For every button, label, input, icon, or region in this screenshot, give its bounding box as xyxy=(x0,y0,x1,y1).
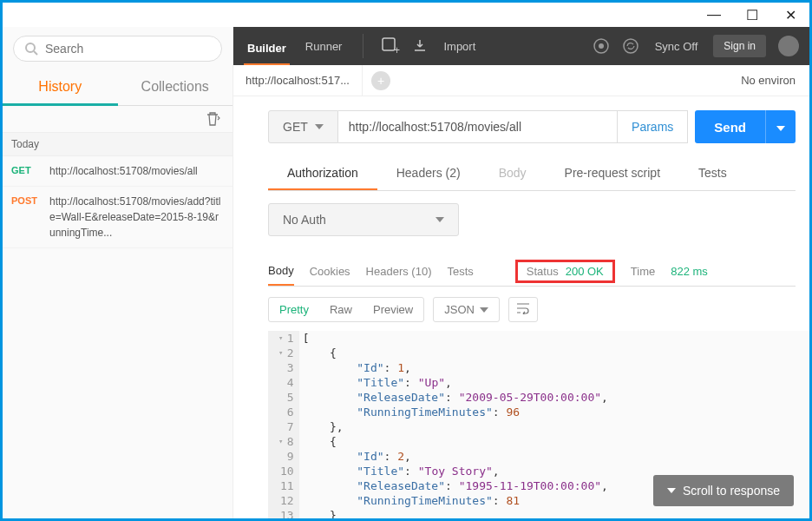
scroll-to-response-button[interactable]: Scroll to response xyxy=(653,475,794,506)
auth-type-selector[interactable]: No Auth xyxy=(268,203,459,236)
response-meta: Body Cookies Headers (10) Tests Status 2… xyxy=(268,257,796,287)
auth-row: No Auth xyxy=(268,203,796,236)
interceptor-icon[interactable] xyxy=(593,37,610,55)
resptab-body[interactable]: Body xyxy=(268,257,294,286)
svg-text:+: + xyxy=(394,44,400,56)
request-tab[interactable]: http://localhost:517... xyxy=(233,65,363,96)
chevron-down-icon xyxy=(480,307,488,313)
svg-rect-2 xyxy=(383,38,395,50)
chevron-down-icon xyxy=(776,126,785,131)
search-input[interactable] xyxy=(45,42,211,56)
window-close-button[interactable]: ✕ xyxy=(771,3,809,27)
send-dropdown[interactable] xyxy=(765,110,796,143)
time-label: Time xyxy=(631,265,655,278)
reqtab-tests[interactable]: Tests xyxy=(679,157,746,190)
fmt-pretty[interactable]: Pretty xyxy=(269,298,319,321)
topbar-runner[interactable]: Runner xyxy=(302,36,346,56)
status-badge: Status 200 OK xyxy=(515,260,615,283)
topbar-builder[interactable]: Builder xyxy=(244,38,290,67)
new-request-icon[interactable]: + xyxy=(381,36,400,56)
request-row: GET Params Send xyxy=(233,110,809,143)
status-value: 200 OK xyxy=(566,265,604,278)
topbar: Builder Runner + Import Sync Off Si xyxy=(233,27,809,65)
time-value: 822 ms xyxy=(671,265,708,278)
reqtab-authorization[interactable]: Authorization xyxy=(268,157,377,190)
window-titlebar: — ☐ ✕ xyxy=(3,3,809,27)
svg-point-0 xyxy=(26,43,35,52)
history-method: GET xyxy=(11,163,41,179)
chevron-down-icon xyxy=(667,488,676,493)
lang-selector[interactable]: JSON xyxy=(433,297,500,322)
svg-point-6 xyxy=(624,39,638,53)
resptab-cookies[interactable]: Cookies xyxy=(310,258,350,285)
history-item[interactable]: POST http://localhost:51708/movies/add?t… xyxy=(3,187,232,248)
search-box[interactable] xyxy=(13,36,222,62)
wrap-toggle[interactable] xyxy=(508,297,538,322)
svg-point-5 xyxy=(599,43,604,49)
params-button[interactable]: Params xyxy=(618,110,688,143)
fmt-preview[interactable]: Preview xyxy=(363,298,423,321)
topbar-import[interactable]: Import xyxy=(440,36,479,56)
request-content: GET Params Send Authorization Headers (2… xyxy=(233,96,809,518)
format-row: Pretty Raw Preview JSON xyxy=(233,287,809,331)
window-maximize-button[interactable]: ☐ xyxy=(733,3,771,27)
sidebar: History Collections Today GET http://loc… xyxy=(3,27,233,518)
sync-status[interactable]: Sync Off xyxy=(652,36,702,56)
tab-history[interactable]: History xyxy=(3,70,118,106)
reqtab-prerequest[interactable]: Pre-request script xyxy=(546,157,679,190)
import-icon[interactable] xyxy=(412,38,428,54)
search-icon xyxy=(24,42,38,56)
status-label: Status xyxy=(527,265,559,278)
resptab-tests[interactable]: Tests xyxy=(447,258,473,285)
history-section-today: Today xyxy=(3,133,232,156)
history-url: http://localhost:51708/movies/all xyxy=(49,163,224,179)
window-minimize-button[interactable]: — xyxy=(695,3,733,27)
line-gutter: 12345678910111213 xyxy=(268,331,299,518)
history-url: http://localhost:51708/movies/add?title=… xyxy=(49,194,224,241)
reqtab-headers[interactable]: Headers (2) xyxy=(377,157,480,190)
svg-line-1 xyxy=(34,51,37,55)
fmt-raw[interactable]: Raw xyxy=(319,298,363,321)
method-value: GET xyxy=(283,120,308,134)
chevron-down-icon xyxy=(435,217,444,222)
trash-row xyxy=(3,106,232,133)
auth-type-value: No Auth xyxy=(283,213,326,227)
resptab-headers[interactable]: Headers (10) xyxy=(366,258,432,285)
lang-value: JSON xyxy=(444,303,475,316)
history-item[interactable]: GET http://localhost:51708/movies/all xyxy=(3,156,232,187)
method-selector[interactable]: GET xyxy=(268,110,338,143)
sync-icon[interactable] xyxy=(622,37,639,55)
scroll-btn-label: Scroll to response xyxy=(683,484,780,498)
send-button[interactable]: Send xyxy=(695,110,765,143)
chevron-down-icon xyxy=(315,124,324,129)
reqtab-body[interactable]: Body xyxy=(480,157,546,190)
sidebar-tabs: History Collections xyxy=(3,70,232,106)
request-tabstrip: http://localhost:517... + No environ xyxy=(233,65,809,96)
request-tabs: Authorization Headers (2) Body Pre-reque… xyxy=(268,157,796,191)
new-tab-button[interactable]: + xyxy=(371,71,390,90)
history-method: POST xyxy=(11,194,41,241)
tab-collections[interactable]: Collections xyxy=(118,70,233,106)
signin-button[interactable]: Sign in xyxy=(713,35,766,57)
app-window: — ☐ ✕ History Collections Today GET http xyxy=(3,3,809,518)
trash-icon[interactable] xyxy=(205,111,220,127)
url-input[interactable] xyxy=(338,110,618,143)
wrap-icon xyxy=(516,302,530,314)
avatar-icon[interactable] xyxy=(778,36,799,56)
format-group: Pretty Raw Preview xyxy=(268,297,424,322)
environment-selector[interactable]: No environ xyxy=(727,65,809,96)
main-area: Builder Runner + Import Sync Off Si xyxy=(233,27,809,518)
